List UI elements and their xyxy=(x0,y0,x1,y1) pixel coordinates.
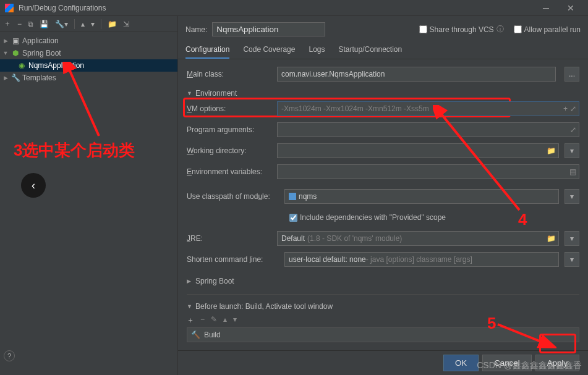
main-class-field[interactable]: com.navi.user.NqmsApplication xyxy=(277,67,556,82)
tab-startup-connection[interactable]: Startup/Connection xyxy=(338,41,402,59)
up-icon[interactable]: ▴ xyxy=(81,20,85,28)
shorten-field[interactable]: user-local default: none - java [options… xyxy=(284,252,559,267)
tree-label: Templates xyxy=(22,74,56,82)
working-dir-dropdown[interactable]: ▾ xyxy=(565,143,579,158)
close-button[interactable]: ✕ xyxy=(558,3,583,13)
share-vcs-checkbox[interactable]: Share through VCS ⓘ xyxy=(419,24,504,35)
annotation-5: 5 xyxy=(487,314,496,333)
jre-field[interactable]: Default(1.8 - SDK of 'nqms' module) 📁 xyxy=(277,231,559,246)
classpath-dropdown[interactable]: ▾ xyxy=(565,189,579,204)
vm-options-field[interactable]: -Xms1024m -Xmx1024m -Xmn512m -Xss5m +⤢ xyxy=(277,101,579,116)
tab-code-coverage[interactable]: Code Coverage xyxy=(243,41,295,59)
add-icon[interactable]: ＋ xyxy=(187,315,194,326)
env-vars-field[interactable]: ▤ xyxy=(277,164,579,179)
config-form-panel: Name: Share through VCS ⓘ Allow parallel… xyxy=(178,16,588,375)
spring-leaf-icon: ◉ xyxy=(17,61,26,70)
save-icon[interactable]: 💾 xyxy=(40,20,49,28)
expand-icon[interactable]: ⤢ xyxy=(570,125,576,134)
working-dir-field[interactable]: 📁 xyxy=(277,143,559,158)
tree-item-application[interactable]: ▶▣ Application xyxy=(0,35,177,47)
jre-label: JRE: xyxy=(187,234,271,243)
tab-configuration[interactable]: Configuration xyxy=(185,41,229,59)
add-icon[interactable]: ＋ xyxy=(4,19,11,29)
name-input[interactable] xyxy=(212,22,325,36)
wrench-icon[interactable]: 🔧▾ xyxy=(55,20,68,28)
allow-parallel-checkbox[interactable]: Allow parallel run xyxy=(514,25,581,34)
env-vars-label: Environment variables: xyxy=(187,167,271,176)
list-icon[interactable]: ▤ xyxy=(569,167,576,176)
tabs: Configuration Code Coverage Logs Startup… xyxy=(178,41,588,59)
remove-icon[interactable]: − xyxy=(200,315,205,326)
intellij-icon xyxy=(5,4,14,12)
name-label: Name: xyxy=(185,25,207,34)
collapse-icon[interactable]: ⇲ xyxy=(123,20,129,28)
classpath-field[interactable]: nqms xyxy=(284,189,559,204)
spring-icon: ⬢ xyxy=(11,49,20,57)
folder-icon[interactable]: 📁 xyxy=(547,234,556,243)
tree-label: Spring Boot xyxy=(22,49,61,57)
watermark: CSDN @鑫鑫鑫鑫鑫鑫鑫香 xyxy=(477,360,582,371)
down-icon[interactable]: ▾ xyxy=(91,20,95,28)
program-args-label: Program arguments: xyxy=(187,125,271,134)
help-button[interactable]: ? xyxy=(4,350,15,361)
working-dir-label: Working directory: xyxy=(187,146,271,155)
remove-icon[interactable]: − xyxy=(17,20,22,28)
minimize-button[interactable]: ─ xyxy=(534,3,558,13)
tree-label: Application xyxy=(22,36,59,45)
hammer-icon: 🔨 xyxy=(191,331,200,339)
before-launch-toolbar: ＋ − ✎ ▴ ▾ xyxy=(187,313,579,327)
before-launch-section[interactable]: ▼Before launch: Build, Activate tool win… xyxy=(187,300,579,313)
expand-icon[interactable]: ⤢ xyxy=(570,104,576,113)
shorten-label: Shorten command line: xyxy=(187,255,278,264)
jre-dropdown[interactable]: ▾ xyxy=(565,231,579,246)
nav-back-button[interactable]: ‹ xyxy=(21,173,46,198)
tree-toolbar: ＋ − ⧉ 💾 🔧▾ ▴ ▾ 📁 ⇲ xyxy=(0,16,177,32)
copy-icon[interactable]: ⧉ xyxy=(28,20,33,28)
plus-icon[interactable]: + xyxy=(563,104,568,113)
annotation-4: 4 xyxy=(518,210,527,229)
tab-logs[interactable]: Logs xyxy=(309,41,325,59)
config-tree: ▶▣ Application ▼⬢ Spring Boot ◉ NqmsAppl… xyxy=(0,32,177,86)
window-title: Run/Debug Configurations xyxy=(19,4,534,12)
tree-item-templates[interactable]: ▶🔧 Templates xyxy=(0,72,177,84)
folder-icon[interactable]: 📁 xyxy=(108,20,117,28)
tree-label: NqmsApplication xyxy=(28,61,84,70)
springboot-section[interactable]: ▶Spring Boot xyxy=(187,274,579,288)
include-provided-checkbox[interactable]: Include dependencies with "Provided" sco… xyxy=(289,213,446,222)
vm-options-label: VM options: xyxy=(187,104,271,113)
folder-icon[interactable]: 📁 xyxy=(547,146,556,155)
tree-item-nqmsapplication[interactable]: ◉ NqmsApplication xyxy=(0,59,177,72)
annotation-3: 3选中某个启动类 xyxy=(14,140,135,161)
up-icon[interactable]: ▴ xyxy=(223,315,227,326)
tree-item-springboot[interactable]: ▼⬢ Spring Boot xyxy=(0,47,177,59)
wrench-icon: 🔧 xyxy=(11,74,20,82)
help-icon[interactable]: ⓘ xyxy=(496,24,504,35)
shorten-dropdown[interactable]: ▾ xyxy=(565,252,579,267)
classpath-label: Use classpath of module: xyxy=(187,192,278,201)
browse-button[interactable]: ... xyxy=(565,67,579,82)
program-args-field[interactable]: ⤢ xyxy=(277,122,579,137)
environment-section[interactable]: ▼Environment xyxy=(187,86,579,100)
edit-icon[interactable]: ✎ xyxy=(211,315,217,326)
app-icon: ▣ xyxy=(11,36,20,45)
before-launch-item-build[interactable]: 🔨 Build xyxy=(187,327,579,342)
titlebar: Run/Debug Configurations ─ ✕ xyxy=(0,0,588,16)
down-icon[interactable]: ▾ xyxy=(233,315,237,326)
module-icon xyxy=(289,193,296,200)
ok-button[interactable]: OK xyxy=(443,355,479,371)
main-class-label: Main class: xyxy=(187,70,271,78)
